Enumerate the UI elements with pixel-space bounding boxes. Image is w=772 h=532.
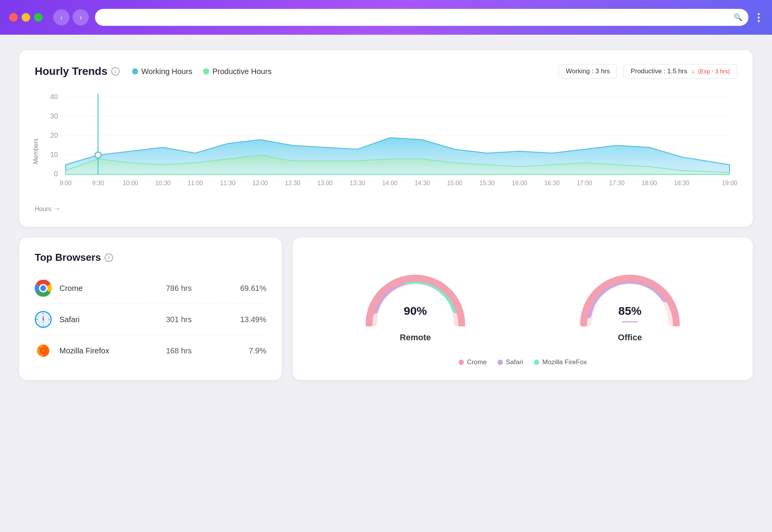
svg-text:10: 10 — [50, 151, 58, 159]
svg-text:S: S — [42, 324, 44, 327]
cursor-dot — [95, 152, 101, 158]
chart-title: Hourly Trends i — [35, 65, 120, 78]
browser-chrome: ‹ › 🔍 — [0, 0, 772, 35]
legend-items: Working Hours Productive Hours — [132, 67, 546, 76]
productive-badge-text: Productive : 1.5 hrs — [631, 68, 687, 75]
svg-text:10:30: 10:30 — [155, 180, 171, 186]
browser-row-chrome: Crome 786 hrs 69.61% — [35, 273, 266, 304]
working-dot — [132, 68, 138, 74]
minimize-button[interactable] — [22, 13, 30, 22]
working-legend: Working Hours — [132, 67, 192, 76]
svg-text:N: N — [42, 312, 44, 314]
svg-text:W: W — [36, 318, 38, 321]
hourly-trends-card: Hourly Trends i Working Hours Productive… — [19, 50, 753, 227]
svg-text:0: 0 — [54, 170, 58, 178]
close-button[interactable] — [9, 13, 18, 22]
svg-text:13:00: 13:00 — [317, 180, 333, 186]
svg-text:E: E — [49, 318, 50, 321]
svg-text:15:00: 15:00 — [447, 180, 462, 186]
office-gauge: 85% Office — [576, 265, 684, 343]
chrome-pct: 69.61% — [228, 284, 266, 293]
more-button[interactable] — [755, 10, 763, 25]
safari-name: Safari — [59, 315, 158, 324]
chart-svg: 40 30 20 10 0 9:00 — [35, 90, 737, 198]
productive-badge-exp: (Exp - 3 hrs) — [698, 68, 730, 74]
svg-text:10:00: 10:00 — [123, 180, 138, 186]
svg-text:18:00: 18:00 — [642, 180, 657, 186]
firefox-pct: 7.9% — [228, 346, 266, 355]
svg-text:16:30: 16:30 — [544, 180, 560, 186]
gauge-legend: Crome Safari Mozilla FireFox — [308, 358, 737, 366]
bottom-section: Top Browsers i — [19, 238, 753, 380]
legend-safari-dot — [498, 360, 503, 365]
address-bar: 🔍 — [95, 9, 748, 26]
dot — [758, 20, 760, 22]
chart-header: Hourly Trends i Working Hours Productive… — [35, 64, 737, 79]
browser-row-firefox: Mozilla Firefox 168 hrs 7.9% — [35, 335, 266, 366]
svg-text:16:00: 16:00 — [512, 180, 527, 186]
remote-gauge: 90% Remote — [361, 265, 469, 343]
legend-firefox: Mozilla FireFox — [534, 358, 587, 366]
svg-text:9:00: 9:00 — [59, 180, 71, 186]
address-input[interactable] — [101, 14, 731, 21]
svg-point-49 — [42, 319, 44, 320]
chart-wrapper: Members — [35, 90, 737, 213]
chrome-hours: 786 hrs — [166, 284, 220, 293]
svg-text:12:30: 12:30 — [285, 180, 300, 186]
dot — [758, 17, 760, 19]
productive-dot — [203, 68, 209, 74]
working-badge-text: Working : 3 hrs — [566, 68, 610, 75]
working-badge: Working : 3 hrs — [559, 64, 617, 79]
svg-text:12:00: 12:00 — [252, 180, 268, 186]
browsers-title-text: Top Browsers — [35, 252, 101, 263]
svg-text:9:30: 9:30 — [92, 180, 104, 186]
svg-text:18:30: 18:30 — [674, 180, 689, 186]
productive-legend-label: Productive Hours — [212, 67, 271, 76]
legend-firefox-label: Mozilla FireFox — [542, 358, 587, 366]
productive-badge: Productive : 1.5 hrs ↓ (Exp - 3 hrs) — [623, 64, 737, 79]
gauges-card: 90% Remote — [293, 238, 753, 380]
svg-text:14:30: 14:30 — [415, 180, 430, 186]
svg-text:19:00: 19:00 — [722, 180, 737, 186]
office-gauge-svg: 85% — [576, 265, 684, 326]
svg-text:40: 40 — [50, 93, 58, 101]
firefox-name: Mozilla Firefox — [59, 346, 158, 355]
remote-gauge-svg: 90% — [361, 265, 469, 326]
main-content: Hourly Trends i Working Hours Productive… — [0, 35, 772, 532]
svg-text:15:30: 15:30 — [479, 180, 495, 186]
svg-text:17:00: 17:00 — [577, 180, 592, 186]
office-label: Office — [618, 333, 642, 343]
productive-legend: Productive Hours — [203, 67, 271, 76]
arrow-right-icon: → — [54, 205, 61, 213]
svg-text:90%: 90% — [404, 304, 427, 317]
svg-text:85%: 85% — [618, 304, 642, 317]
y-axis-label: Members — [32, 138, 39, 164]
svg-text:13:30: 13:30 — [350, 180, 365, 186]
legend-chrome-label: Crome — [467, 358, 487, 366]
remote-label: Remote — [400, 333, 431, 343]
svg-point-53 — [41, 349, 45, 353]
safari-hours: 301 hrs — [166, 315, 220, 324]
chrome-icon — [35, 280, 52, 297]
safari-icon: N E S W — [35, 311, 52, 328]
svg-text:11:30: 11:30 — [220, 180, 235, 186]
back-button[interactable]: ‹ — [53, 9, 69, 25]
svg-point-38 — [41, 285, 46, 291]
safari-pct: 13.49% — [228, 315, 266, 324]
browsers-title: Top Browsers i — [35, 252, 266, 263]
firefox-icon — [35, 342, 52, 359]
legend-chrome-dot — [459, 360, 464, 365]
maximize-button[interactable] — [34, 13, 42, 22]
search-icon: 🔍 — [734, 13, 742, 22]
legend-firefox-dot — [534, 360, 539, 365]
forward-button[interactable]: › — [73, 9, 89, 25]
gauges-container: 90% Remote — [308, 252, 737, 355]
chart-title-text: Hourly Trends — [35, 65, 107, 78]
browsers-info-icon[interactable]: i — [105, 253, 113, 262]
legend-safari-label: Safari — [506, 358, 523, 366]
dot — [758, 13, 760, 15]
svg-text:30: 30 — [50, 112, 58, 120]
svg-text:14:00: 14:00 — [382, 180, 398, 186]
info-icon[interactable]: i — [111, 67, 120, 76]
browser-row-safari: N E S W Safari 301 hrs 13.49% — [35, 304, 266, 335]
